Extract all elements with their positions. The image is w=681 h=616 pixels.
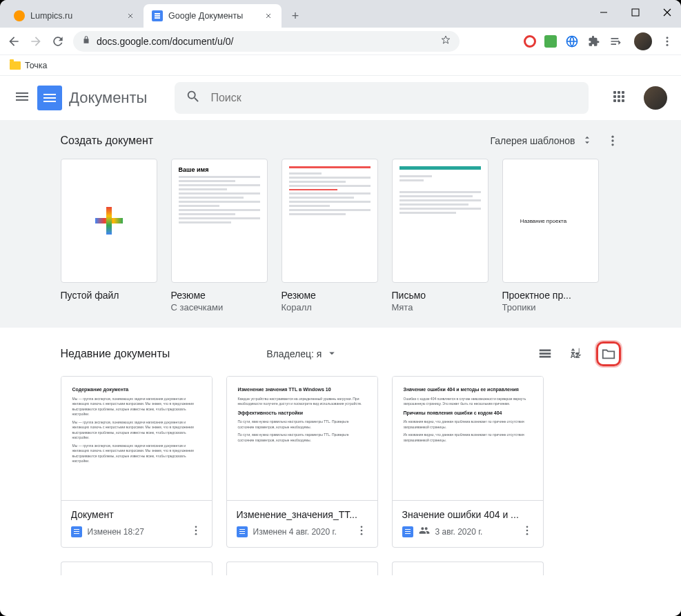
- section-title: Недавние документы: [61, 348, 170, 360]
- template-gallery-toggle[interactable]: Галерея шаблонов: [490, 134, 593, 148]
- more-icon[interactable]: [190, 524, 202, 539]
- document-grid: Содержание документа Мы — группа эксперт…: [61, 376, 621, 575]
- svg-point-12: [360, 526, 362, 528]
- svg-point-9: [195, 526, 197, 528]
- svg-point-7: [611, 143, 613, 146]
- close-button[interactable]: [658, 3, 677, 22]
- more-options-button[interactable]: [604, 132, 621, 149]
- template-label: Резюме: [171, 290, 268, 301]
- tab-favicon: [152, 10, 163, 21]
- folder-icon: [10, 61, 21, 70]
- tab-strip: Lumpics.ru Google Документы +: [6, 4, 305, 28]
- profile-avatar[interactable]: [634, 32, 652, 50]
- document-card[interactable]: [392, 562, 544, 575]
- doc-type-icon: [71, 526, 82, 537]
- apps-grid-icon[interactable]: [613, 91, 627, 105]
- template-project-tropics[interactable]: Название проекта Проектное пр... Тропики: [502, 159, 599, 312]
- tab-title: Lumpics.ru: [30, 11, 120, 21]
- reload-button[interactable]: [51, 34, 65, 48]
- document-card[interactable]: [61, 562, 213, 575]
- ext-globe-icon[interactable]: [565, 34, 579, 48]
- tab-favicon: [14, 10, 25, 21]
- url-input[interactable]: [97, 36, 435, 47]
- forward-button[interactable]: [29, 34, 43, 48]
- svg-point-15: [526, 526, 528, 528]
- svg-point-2: [667, 37, 669, 39]
- gallery-label: Галерея шаблонов: [490, 135, 575, 146]
- template-blank[interactable]: Пустой файл: [61, 159, 157, 312]
- account-avatar[interactable]: [644, 86, 667, 110]
- tab-title: Google Документы: [168, 11, 258, 21]
- document-card[interactable]: [226, 562, 378, 575]
- docs-logo-icon[interactable]: [37, 86, 62, 110]
- svg-point-11: [195, 533, 197, 535]
- document-title: Значение ошибки 404 и ...: [402, 509, 533, 520]
- document-card[interactable]: Содержание документа Мы — группа эксперт…: [61, 376, 213, 548]
- plus-icon: [95, 207, 123, 235]
- svg-point-4: [667, 43, 669, 46]
- document-meta: Изменен 18:27: [88, 527, 184, 537]
- svg-text:AZ: AZ: [570, 352, 579, 359]
- content-area: Создать документ Галерея шаблонов Пустой…: [0, 120, 681, 616]
- svg-point-5: [611, 136, 613, 138]
- close-icon[interactable]: [126, 11, 135, 21]
- search-icon: [186, 89, 201, 107]
- search-input[interactable]: [210, 92, 578, 104]
- template-sublabel: С засечками: [171, 302, 268, 312]
- more-icon[interactable]: [521, 524, 533, 539]
- extensions: [524, 32, 674, 50]
- main-menu-button[interactable]: [14, 88, 30, 108]
- project-name: Название проекта: [513, 211, 573, 231]
- menu-icon[interactable]: [660, 34, 674, 48]
- list-view-button[interactable]: [533, 341, 557, 366]
- owner-filter-label: Владелец: я: [266, 348, 322, 359]
- template-resume-coral[interactable]: Резюме Коралл: [282, 159, 378, 312]
- template-letter-mint[interactable]: Письмо Мята: [392, 159, 488, 312]
- dropdown-icon: [326, 347, 338, 361]
- ext-music-icon[interactable]: [544, 35, 557, 48]
- document-card[interactable]: Изменение значения TTL в Windows 10 Кажд…: [226, 376, 378, 548]
- extensions-icon[interactable]: [587, 34, 601, 48]
- lock-icon: [81, 35, 91, 48]
- owner-filter[interactable]: Владелец: я: [266, 347, 338, 361]
- tab-lumpics[interactable]: Lumpics.ru: [6, 4, 144, 28]
- new-tab-button[interactable]: +: [286, 6, 305, 26]
- shared-icon: [419, 525, 430, 538]
- maximize-button[interactable]: [626, 3, 645, 22]
- section-title: Создать документ: [61, 135, 154, 147]
- back-button[interactable]: [7, 34, 21, 48]
- template-label: Пустой файл: [61, 290, 157, 301]
- tab-google-docs[interactable]: Google Документы: [144, 4, 282, 28]
- svg-point-10: [195, 530, 197, 532]
- close-icon[interactable]: [264, 11, 273, 21]
- open-file-picker-button[interactable]: [596, 341, 621, 366]
- reading-list-icon[interactable]: [609, 34, 623, 48]
- template-sublabel: Мята: [392, 302, 488, 312]
- svg-point-13: [360, 530, 362, 532]
- search-box[interactable]: [175, 82, 589, 114]
- sort-button[interactable]: AZ: [564, 341, 589, 366]
- document-title: Изменение_значения_TT...: [237, 509, 368, 520]
- bookmarks-bar: Точка: [0, 55, 681, 76]
- document-card[interactable]: Значение ошибки 404 и методы ее исправле…: [392, 376, 544, 548]
- bookmark-item[interactable]: Точка: [25, 61, 48, 70]
- svg-point-17: [526, 533, 528, 535]
- omnibox[interactable]: [73, 31, 460, 52]
- template-label: Проектное пр...: [502, 290, 599, 301]
- window-controls: [594, 3, 677, 22]
- document-meta: Изменен 4 авг. 2020 г.: [253, 527, 350, 537]
- template-row: Пустой файл Ваше имя Резюме С засечками: [61, 159, 621, 312]
- ext-opera-icon[interactable]: [524, 35, 536, 48]
- template-resume-serif[interactable]: Ваше имя Резюме С засечками: [171, 159, 268, 312]
- minimize-button[interactable]: [594, 3, 613, 22]
- doc-type-icon: [237, 526, 248, 537]
- template-label: Резюме: [282, 290, 378, 301]
- template-label: Письмо: [392, 290, 488, 301]
- svg-point-3: [667, 40, 669, 42]
- templates-section: Создать документ Галерея шаблонов Пустой…: [0, 120, 681, 328]
- more-icon[interactable]: [355, 524, 368, 539]
- document-title: Документ: [71, 509, 202, 520]
- svg-rect-0: [632, 9, 639, 16]
- doc-type-icon: [402, 526, 413, 537]
- star-icon[interactable]: [440, 34, 451, 48]
